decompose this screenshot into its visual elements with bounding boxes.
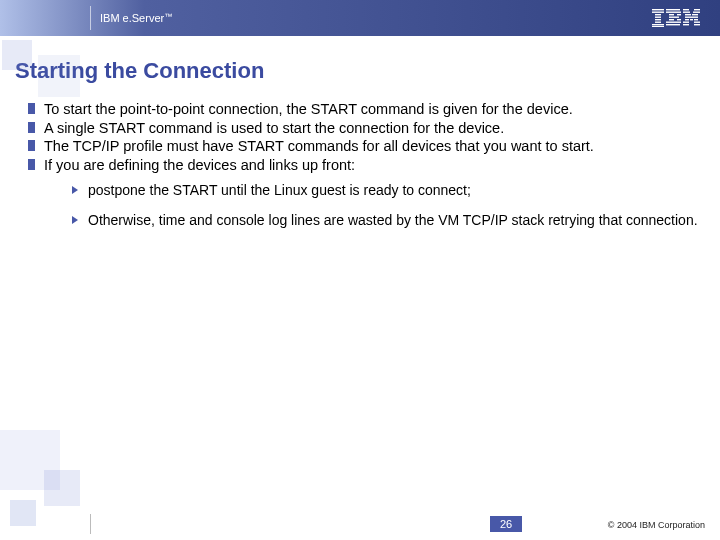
sub-bullet-item: Otherwise, time and console log lines ar… xyxy=(72,212,708,230)
sub-bullet-list: postpone the START until the Linux guest… xyxy=(44,182,708,230)
ibm-logo-icon xyxy=(652,9,700,27)
svg-rect-24 xyxy=(685,19,689,20)
svg-rect-29 xyxy=(683,24,689,25)
page-number: 26 xyxy=(490,516,522,532)
svg-rect-20 xyxy=(693,12,700,13)
svg-rect-1 xyxy=(652,12,664,13)
bullet-text: A single START command is used to start … xyxy=(44,120,504,136)
svg-rect-16 xyxy=(666,24,680,25)
slide-header: IBM e.Server™ xyxy=(0,0,720,36)
copyright-text: © 2004 IBM Corporation xyxy=(608,520,705,530)
svg-rect-9 xyxy=(666,12,681,13)
svg-rect-19 xyxy=(683,12,690,13)
svg-rect-5 xyxy=(655,22,661,23)
brand-prefix: IBM e.Server xyxy=(100,12,164,24)
slide-footer: 26 © 2004 IBM Corporation xyxy=(0,510,720,540)
bullet-item: The TCP/IP profile must have START comma… xyxy=(28,137,708,156)
header-separator xyxy=(90,6,91,30)
svg-rect-12 xyxy=(669,17,679,18)
svg-rect-23 xyxy=(685,17,698,18)
footer-separator xyxy=(90,514,91,534)
bullet-text: If you are defining the devices and link… xyxy=(44,157,355,173)
svg-rect-2 xyxy=(655,14,661,15)
svg-rect-25 xyxy=(690,19,693,20)
bullet-text: The TCP/IP profile must have START comma… xyxy=(44,138,594,154)
bullet-text: To start the point-to-point connection, … xyxy=(44,101,573,117)
svg-rect-14 xyxy=(677,19,681,20)
svg-rect-7 xyxy=(652,26,664,27)
brand-text: IBM e.Server™ xyxy=(100,12,172,24)
bullet-item: A single START command is used to start … xyxy=(28,119,708,138)
svg-rect-22 xyxy=(692,14,698,15)
slide-title: Starting the Connection xyxy=(0,36,720,96)
bullet-item: If you are defining the devices and link… xyxy=(28,156,708,230)
svg-rect-10 xyxy=(669,14,674,15)
svg-rect-30 xyxy=(694,24,700,25)
bullet-item: To start the point-to-point connection, … xyxy=(28,100,708,119)
svg-rect-15 xyxy=(666,22,681,23)
svg-rect-28 xyxy=(694,22,700,23)
main-bullet-list: To start the point-to-point connection, … xyxy=(28,100,708,230)
svg-rect-21 xyxy=(685,14,691,15)
svg-rect-11 xyxy=(677,14,681,15)
sub-bullet-text: postpone the START until the Linux guest… xyxy=(88,182,471,198)
svg-rect-18 xyxy=(694,9,700,10)
svg-rect-13 xyxy=(669,19,674,20)
svg-rect-26 xyxy=(694,19,698,20)
svg-rect-0 xyxy=(652,9,664,10)
svg-rect-3 xyxy=(655,17,661,18)
svg-rect-6 xyxy=(652,24,664,25)
svg-rect-4 xyxy=(655,19,661,20)
svg-rect-27 xyxy=(683,22,689,23)
svg-rect-8 xyxy=(666,9,680,10)
sub-bullet-text: Otherwise, time and console log lines ar… xyxy=(88,212,698,228)
trademark-symbol: ™ xyxy=(164,12,172,21)
slide-body: To start the point-to-point connection, … xyxy=(0,96,720,230)
svg-rect-17 xyxy=(683,9,689,10)
sub-bullet-item: postpone the START until the Linux guest… xyxy=(72,182,708,200)
